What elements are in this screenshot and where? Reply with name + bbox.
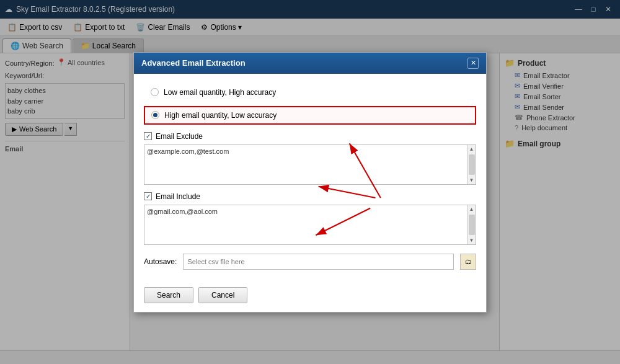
- email-include-header: Email Include: [144, 192, 476, 201]
- email-exclude-value: @example.com,@test.com: [147, 148, 229, 155]
- modal-cancel-button[interactable]: Cancel: [198, 287, 247, 303]
- radio-low-accuracy[interactable]: Low email quantity, High accuracy: [144, 84, 476, 101]
- modal-overlay: Advanced Email Extraction ✕ Low email qu…: [0, 0, 620, 364]
- radio-high-quantity[interactable]: High email quantity, Low accuracy: [144, 106, 476, 125]
- modal-title: Advanced Email Extraction: [141, 58, 246, 68]
- email-exclude-checkbox[interactable]: [144, 132, 152, 140]
- modal-dialog: Advanced Email Extraction ✕ Low email qu…: [133, 52, 487, 313]
- scroll-up-icon[interactable]: ▲: [468, 145, 476, 153]
- email-include-checkbox[interactable]: [144, 192, 152, 200]
- scroll-thumb-2: [469, 215, 475, 235]
- email-exclude-header: Email Exclude: [144, 132, 476, 141]
- scroll-thumb: [469, 154, 475, 175]
- email-exclude-textarea[interactable]: @example.com,@test.com ▲ ▼: [144, 144, 476, 185]
- radio-circle-high: [151, 111, 159, 119]
- autosave-row: Autosave: 🗂: [144, 254, 476, 270]
- modal-body: Low email quantity, High accuracy High e…: [134, 74, 486, 280]
- autosave-label: Autosave:: [144, 257, 177, 266]
- email-include-label: Email Include: [156, 192, 200, 201]
- email-include-value: @gmail.com,@aol.com: [147, 208, 218, 215]
- radio-high-label: High email quantity, Low accuracy: [164, 111, 277, 120]
- email-include-textarea[interactable]: @gmail.com,@aol.com ▲ ▼: [144, 205, 476, 245]
- exclude-scrollbar[interactable]: ▲ ▼: [467, 145, 476, 184]
- email-exclude-label: Email Exclude: [156, 132, 203, 141]
- modal-footer: Search Cancel: [134, 280, 486, 311]
- modal-search-button[interactable]: Search: [144, 287, 193, 303]
- radio-low-label: Low email quantity, High accuracy: [164, 88, 276, 97]
- include-scrollbar[interactable]: ▲ ▼: [467, 205, 476, 244]
- scroll-down-icon-2[interactable]: ▼: [468, 236, 476, 244]
- file-select-button[interactable]: 🗂: [460, 254, 476, 270]
- autosave-input[interactable]: [183, 254, 454, 270]
- modal-close-button[interactable]: ✕: [467, 58, 479, 69]
- file-icon: 🗂: [465, 258, 472, 265]
- modal-header: Advanced Email Extraction ✕: [134, 53, 486, 74]
- scroll-up-icon-2[interactable]: ▲: [468, 205, 476, 213]
- radio-circle-low: [151, 88, 159, 96]
- scroll-down-icon[interactable]: ▼: [468, 176, 476, 184]
